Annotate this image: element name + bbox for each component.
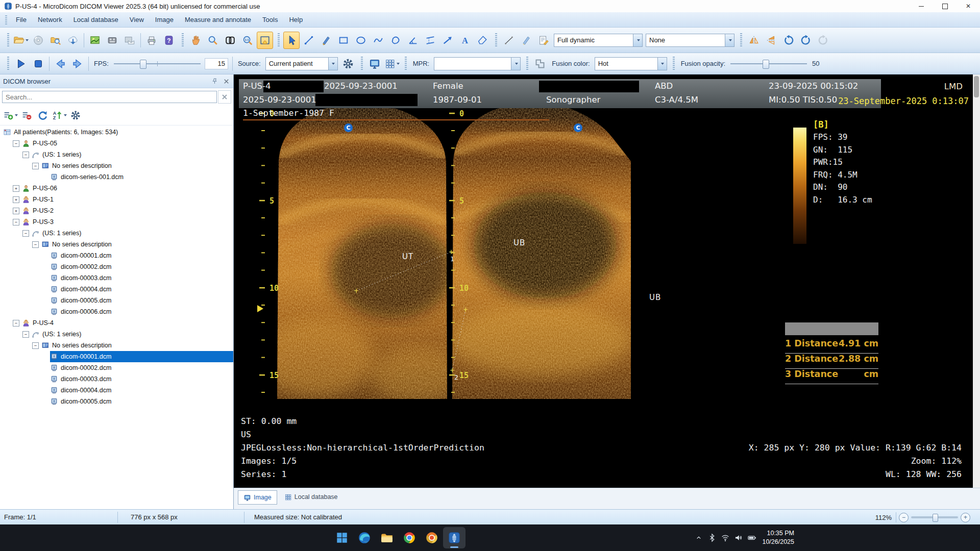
print-button[interactable] <box>143 32 160 49</box>
fit-to-window-button[interactable] <box>257 32 273 49</box>
tree-row-no-series-description[interactable]: −No series description <box>0 160 233 171</box>
panel-close-icon[interactable] <box>223 78 230 85</box>
tree-row-no-series-description[interactable]: −No series description <box>0 340 233 351</box>
taskbar-chrome-secondary-button[interactable] <box>421 527 443 548</box>
lut-preset-select[interactable]: None <box>646 34 734 47</box>
menu-network[interactable]: Network <box>32 14 68 26</box>
tree-row-dicom-00006-dcm[interactable]: dicom-00006.dcm <box>0 306 233 317</box>
send-image-button[interactable] <box>121 32 138 49</box>
play-button[interactable] <box>13 56 29 71</box>
flip-horizontal-button[interactable] <box>746 32 762 49</box>
close-button[interactable]: ✕ <box>957 0 980 12</box>
tree-row-all-patients-patients-6-images-534[interactable]: All patients(Patients: 6, Images: 534) <box>0 127 233 138</box>
tree-row-dicom-00002-dcm[interactable]: dicom-00002.dcm <box>0 362 233 373</box>
draw-arrow-button[interactable] <box>439 32 456 49</box>
tree-row-p-us-2[interactable]: +P-US-2 <box>0 205 233 216</box>
next-frame-button[interactable] <box>69 56 86 71</box>
fps-value[interactable]: 15 <box>205 58 228 69</box>
measure-angle-button[interactable] <box>405 32 421 49</box>
zoom-in-button[interactable]: + <box>961 513 970 522</box>
tray-volume-button[interactable] <box>732 530 745 546</box>
zoom-out-button[interactable]: − <box>899 513 909 522</box>
cd-disc-button[interactable] <box>30 32 46 49</box>
select-cursor-button[interactable] <box>283 32 300 49</box>
collapse-icon[interactable]: − <box>22 230 29 237</box>
flip-vertical-button[interactable] <box>763 32 779 49</box>
draw-polyline-button[interactable] <box>370 32 386 49</box>
draw-rectangle-button[interactable] <box>335 32 352 49</box>
collapse-icon[interactable]: − <box>22 152 29 158</box>
taskbar-clock[interactable]: 10:35 PM 10/26/2025 <box>750 524 794 551</box>
tree-row-dicom-00005-dcm[interactable]: dicom-00005.dcm <box>0 396 233 407</box>
zoom-one-to-one-button[interactable]: 1:1 <box>239 32 256 49</box>
help-button[interactable]: ? <box>161 32 177 49</box>
tree-row-us-1-series[interactable]: −(US: 1 series) <box>0 149 233 160</box>
menu-tools[interactable]: Tools <box>257 14 283 26</box>
tray-wifi-button[interactable] <box>719 530 732 546</box>
pan-hand-button[interactable] <box>187 32 204 49</box>
viewer-scrollbar[interactable] <box>973 74 980 488</box>
tree-row-dicom-00001-dcm[interactable]: dicom-00001.dcm <box>0 250 233 261</box>
draw-pencil-button[interactable] <box>318 32 334 49</box>
grid-layout-button[interactable] <box>384 56 400 71</box>
tree-row-p-us-3[interactable]: −P-US-3 <box>0 216 233 228</box>
draw-polygon-button[interactable] <box>387 32 404 49</box>
gear-button[interactable] <box>340 56 356 71</box>
draw-thin-line-button[interactable] <box>501 32 517 49</box>
zoom-slider[interactable] <box>911 516 958 518</box>
folder-search-button[interactable] <box>47 32 64 49</box>
tree-row-no-series-description[interactable]: −No series description <box>0 239 233 250</box>
tree-row-dicom-00004-dcm[interactable]: dicom-00004.dcm <box>0 385 233 396</box>
minimize-button[interactable] <box>910 0 933 12</box>
expand-icon[interactable]: + <box>13 208 19 214</box>
fps-slider[interactable] <box>114 59 201 69</box>
tree-row-dicom-00003-dcm[interactable]: dicom-00003.dcm <box>0 373 233 385</box>
tree-row-dicom-00005-dcm[interactable]: dicom-00005.dcm <box>0 295 233 306</box>
tree-row-us-1-series[interactable]: −(US: 1 series) <box>0 228 233 239</box>
measure-line-button[interactable] <box>301 32 317 49</box>
tree-row-p-us-1[interactable]: +P-US-1 <box>0 194 233 205</box>
tab-image[interactable]: Image <box>238 490 277 505</box>
menu-help[interactable]: Help <box>283 14 308 26</box>
tree-row-dicom-00002-dcm[interactable]: dicom-00002.dcm <box>0 261 233 272</box>
measure-cobb-angle-button[interactable] <box>422 32 438 49</box>
stop-button[interactable] <box>30 56 46 71</box>
taskbar-chrome-browser-button[interactable] <box>398 527 421 548</box>
export-image-button[interactable] <box>87 32 103 49</box>
mpr-select[interactable] <box>434 57 521 70</box>
tree-row-p-us-05[interactable]: −P-US-05 <box>0 138 233 149</box>
menu-image[interactable]: Image <box>150 14 179 26</box>
fusion-opacity-slider[interactable] <box>730 59 807 69</box>
expand-icon[interactable]: + <box>13 185 19 192</box>
collapse-icon[interactable]: − <box>13 320 19 327</box>
taskbar-file-explorer-button[interactable] <box>376 527 398 548</box>
remove-patient-list-button[interactable] <box>19 108 34 123</box>
taskbar-windows-start-button[interactable] <box>331 527 353 548</box>
draw-pencil-2-button[interactable] <box>518 32 534 49</box>
maximize-button[interactable] <box>933 0 957 12</box>
menu-view[interactable]: View <box>124 14 150 26</box>
window-preset-select[interactable]: Full dynamic <box>554 34 643 47</box>
draw-text-button[interactable]: A <box>457 32 473 49</box>
cloud-download-button[interactable] <box>65 32 81 49</box>
collapse-icon[interactable]: − <box>22 331 29 338</box>
open-folder-button[interactable] <box>13 32 29 49</box>
fusion-color-select[interactable]: Hot <box>595 57 667 70</box>
prev-frame-button[interactable] <box>52 56 68 71</box>
expand-icon[interactable]: + <box>13 196 19 203</box>
menu-measure-and-annotate[interactable]: Measure and annotate <box>179 14 257 26</box>
collapse-icon[interactable]: − <box>13 140 19 147</box>
rotate-disabled-button[interactable] <box>815 32 831 49</box>
tree-row-p-us-06[interactable]: +P-US-06 <box>0 183 233 194</box>
tab-local-database[interactable]: Local database <box>279 490 343 504</box>
pin-icon[interactable] <box>211 78 218 85</box>
sort-az-button[interactable]: AZ <box>52 108 67 123</box>
add-patient-list-button[interactable] <box>3 108 18 123</box>
export-video-button[interactable] <box>104 32 120 49</box>
tree-row-p-us-4[interactable]: −P-US-4 <box>0 317 233 329</box>
window-level-button[interactable] <box>222 32 238 49</box>
tree-row-dicom-00001-dcm[interactable]: dicom-00001.dcm <box>0 351 233 362</box>
refresh-button[interactable] <box>35 108 51 123</box>
mpr-fusion-button[interactable] <box>532 56 548 71</box>
menu-local-database[interactable]: Local database <box>68 14 124 26</box>
